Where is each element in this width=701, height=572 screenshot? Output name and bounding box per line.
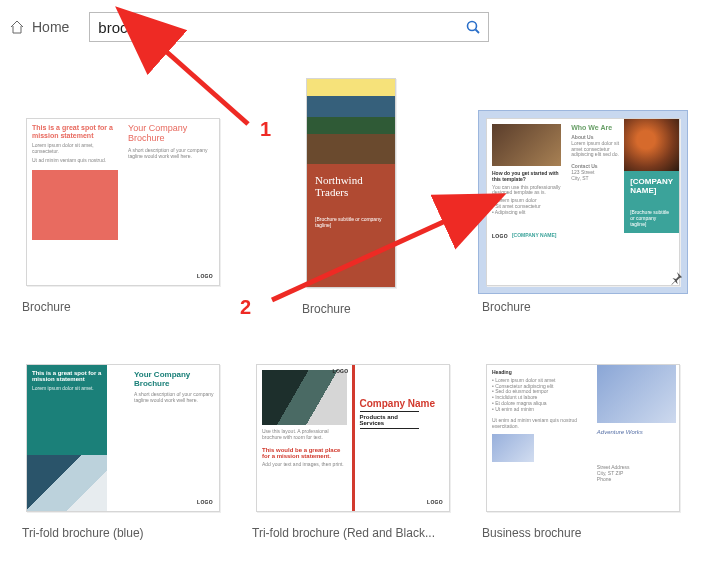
template-item[interactable]: This is a great spot for a mission state… — [18, 356, 228, 554]
products-services-label: Products and Services — [360, 411, 419, 429]
template-thumbnail: Heading • Lorem ipsum dolor sit amet• Co… — [486, 364, 680, 512]
search-button[interactable] — [458, 13, 488, 41]
search-box — [89, 12, 489, 42]
template-caption: Brochure — [478, 294, 688, 328]
photo-placeholder — [492, 434, 534, 462]
photo-placeholder — [307, 79, 395, 164]
template-item-selected[interactable]: How do you get started with this templat… — [478, 110, 688, 330]
company-title: Company Name — [360, 398, 445, 409]
company-title: Adventure Works — [597, 429, 676, 435]
subtitle-text: [Brochure subtitle or company tagline] — [315, 216, 387, 228]
template-caption: Tri-fold brochure (blue) — [18, 520, 228, 554]
top-bar: Home — [0, 0, 701, 42]
template-thumbnail: LOGO Use this layout. A professional bro… — [256, 364, 450, 512]
gallery-row: This is a great spot for a mission state… — [18, 70, 691, 330]
svg-point-0 — [468, 22, 477, 31]
tagline-text: This would be a great place for a missio… — [262, 447, 347, 459]
company-title: Northwind Traders — [315, 174, 387, 198]
photo-placeholder — [27, 455, 107, 511]
logo-placeholder: LOGO — [427, 499, 443, 505]
template-item[interactable]: Northwind Traders [Brochure subtitle or … — [248, 70, 458, 330]
photo-placeholder — [492, 124, 561, 166]
company-title: Your Company Brochure — [128, 124, 214, 144]
template-gallery: This is a great spot for a mission state… — [18, 70, 691, 554]
template-thumbnail: How do you get started with this templat… — [486, 118, 680, 286]
annotation-number-2: 2 — [240, 296, 251, 319]
template-caption: Brochure — [18, 294, 228, 328]
template-thumbnail: Northwind Traders [Brochure subtitle or … — [306, 78, 396, 288]
template-item[interactable]: LOGO Use this layout. A professional bro… — [248, 356, 458, 554]
subtitle-text: [Brochure subtitle or company tagline] — [630, 209, 673, 227]
logo-placeholder: LOGO — [333, 368, 349, 374]
gallery-row: This is a great spot for a mission state… — [18, 356, 691, 554]
tagline-text: This is a great spot for a mission state… — [32, 124, 118, 139]
template-item[interactable]: This is a great spot for a mission state… — [18, 110, 228, 330]
template-thumbnail: This is a great spot for a mission state… — [26, 364, 220, 512]
template-caption: Business brochure — [478, 520, 688, 554]
template-caption: Tri-fold brochure (Red and Black... — [248, 520, 458, 554]
svg-line-1 — [476, 30, 480, 34]
question-heading: How do you get started with this templat… — [492, 171, 561, 183]
template-caption: Brochure — [298, 296, 458, 330]
logo-placeholder: LOGO — [492, 233, 508, 239]
logo-placeholder: LOGO — [197, 499, 213, 505]
company-title: Your Company Brochure — [134, 370, 214, 388]
search-icon — [465, 19, 481, 35]
photo-placeholder — [597, 365, 676, 423]
tagline-text: This is a great spot for a mission state… — [32, 370, 102, 382]
photo-placeholder — [624, 119, 679, 171]
home-icon[interactable] — [8, 18, 26, 36]
company-small: [COMPANY NAME] — [512, 233, 557, 239]
annotation-number-1: 1 — [260, 118, 271, 141]
pin-icon[interactable] — [669, 271, 683, 289]
photo-placeholder — [262, 370, 347, 425]
section-heading: Who We Are — [571, 124, 619, 131]
company-title: [COMPANY NAME] — [630, 177, 673, 195]
home-link[interactable]: Home — [32, 19, 69, 35]
search-input[interactable] — [90, 19, 458, 36]
template-item[interactable]: Heading • Lorem ipsum dolor sit amet• Co… — [478, 356, 688, 554]
template-thumbnail: This is a great spot for a mission state… — [26, 118, 220, 286]
logo-placeholder: LOGO — [197, 273, 213, 279]
